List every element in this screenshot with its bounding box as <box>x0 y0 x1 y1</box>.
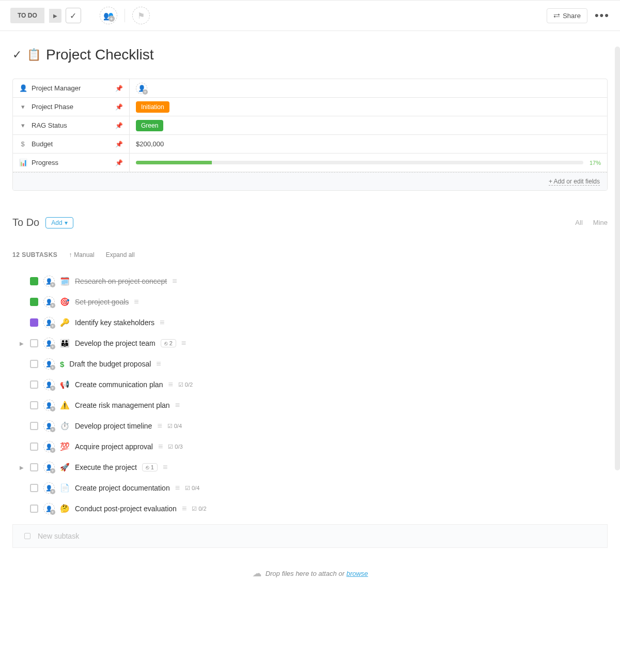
description-icon[interactable]: ≡ <box>175 401 180 410</box>
status-square[interactable] <box>30 298 38 306</box>
assignee-placeholder[interactable]: 👤+ <box>43 358 55 370</box>
task-title[interactable]: Conduct post-project evaluation <box>75 505 177 513</box>
flag-icon: ⚑ <box>137 11 145 21</box>
expand-caret[interactable]: ▶ <box>20 465 25 470</box>
status-square[interactable] <box>30 484 38 492</box>
checklist-count[interactable]: ☑0/4 <box>167 423 182 430</box>
add-button[interactable]: Add▾ <box>45 217 73 228</box>
status-square[interactable] <box>30 318 38 327</box>
subtask-row[interactable]: ▶👤+🚀Execute the project⎋1≡ <box>12 457 608 478</box>
task-title[interactable]: Create communication plan <box>75 380 163 389</box>
pin-icon[interactable]: 📌 <box>115 103 123 111</box>
progress-value[interactable]: 17% <box>130 154 607 172</box>
browse-link[interactable]: browse <box>346 570 368 577</box>
assignee-placeholder[interactable]: 👤+ <box>43 400 55 411</box>
description-icon[interactable]: ≡ <box>156 359 161 369</box>
task-title[interactable]: Develop the project team <box>75 339 156 347</box>
project-manager-value[interactable]: 👤+ <box>130 79 607 97</box>
pin-icon[interactable]: 📌 <box>115 85 123 92</box>
assignee-placeholder[interactable]: 👤+ <box>43 317 55 328</box>
subtask-row[interactable]: ▶👤+⚠️Create risk management plan≡ <box>12 395 608 416</box>
more-menu[interactable]: ••• <box>595 9 610 22</box>
expand-all[interactable]: Expand all <box>106 251 135 258</box>
assignee-placeholder[interactable]: 👤+ <box>43 482 55 494</box>
pin-icon[interactable]: 📌 <box>115 122 123 129</box>
description-icon[interactable]: ≡ <box>158 442 163 451</box>
assignee-placeholder[interactable]: 👤+ <box>43 462 55 473</box>
assignee-placeholder[interactable]: 👤+ <box>43 379 55 390</box>
subtask-row[interactable]: ▶👤+👪Develop the project team⎋2≡ <box>12 333 608 354</box>
assignee-placeholder[interactable]: 👤+ <box>43 503 55 514</box>
description-icon[interactable]: ≡ <box>163 463 167 472</box>
filter-all[interactable]: All <box>575 219 582 226</box>
subtask-row[interactable]: ▶👤+📄Create project documentation≡☑0/4 <box>12 478 608 498</box>
checklist-count[interactable]: ☑0/2 <box>178 381 193 388</box>
task-title[interactable]: Set project goals <box>75 298 129 306</box>
add-edit-fields[interactable]: + Add or edit fields <box>13 172 607 190</box>
task-title[interactable]: Identify key stakeholders <box>75 318 154 327</box>
share-button[interactable]: ⮂ Share <box>547 8 587 23</box>
description-icon[interactable]: ≡ <box>181 339 186 348</box>
task-title[interactable]: Draft the budget proposal <box>69 360 151 368</box>
description-icon[interactable]: ≡ <box>172 277 177 286</box>
checklist-count[interactable]: ☑0/3 <box>168 444 182 450</box>
expand-caret[interactable]: ▶ <box>20 341 25 346</box>
status-arrow[interactable]: ▶ <box>49 9 61 23</box>
sort-manual[interactable]: ↑Manual <box>69 251 94 258</box>
status-pill[interactable]: TO DO <box>10 8 44 23</box>
assignee-placeholder[interactable]: 👤+ <box>43 420 55 432</box>
assign-placeholder[interactable]: 👤+ <box>136 83 147 94</box>
subtask-row[interactable]: ▶👤+🔑Identify key stakeholders≡ <box>12 312 608 333</box>
description-icon[interactable]: ≡ <box>160 318 164 327</box>
description-icon[interactable]: ≡ <box>175 483 180 493</box>
checklist-count[interactable]: ☑0/2 <box>192 506 206 512</box>
rag-status-value[interactable]: Green <box>130 116 607 134</box>
description-icon[interactable]: ≡ <box>134 297 138 307</box>
subtask-row[interactable]: ▶👤+🗓️Research on project concept≡ <box>12 271 608 292</box>
assignee-placeholder[interactable]: 👤+ <box>43 296 55 308</box>
status-square[interactable] <box>30 360 38 368</box>
task-title[interactable]: Acquire project approval <box>75 442 153 451</box>
project-phase-value[interactable]: Initiation <box>130 98 607 116</box>
status-square[interactable] <box>30 505 38 513</box>
subtask-row[interactable]: ▶👤+🎯Set project goals≡ <box>12 292 608 312</box>
pin-icon[interactable]: 📌 <box>115 141 123 148</box>
status-square[interactable] <box>30 442 38 451</box>
task-title[interactable]: Create project documentation <box>75 484 170 492</box>
task-title[interactable]: Research on project concept <box>75 277 167 285</box>
pin-icon[interactable]: 📌 <box>115 159 123 166</box>
assignees-add[interactable]: 👥+ <box>100 7 117 24</box>
task-title[interactable]: Develop project timeline <box>75 422 152 430</box>
status-square[interactable] <box>30 277 38 285</box>
description-icon[interactable]: ≡ <box>182 504 187 513</box>
description-icon[interactable]: ≡ <box>157 421 162 431</box>
subtask-row[interactable]: ▶👤+📢Create communication plan≡☑0/2 <box>12 374 608 395</box>
assignee-placeholder[interactable]: 👤+ <box>43 441 55 452</box>
filter-mine[interactable]: Mine <box>593 219 608 226</box>
assignee-placeholder[interactable]: 👤+ <box>43 276 55 287</box>
page-title[interactable]: Project Checklist <box>46 47 154 63</box>
priority-flag[interactable]: ⚑ <box>132 7 150 24</box>
subtree-count[interactable]: ⎋1 <box>142 463 158 471</box>
status-square[interactable] <box>30 422 38 430</box>
status-square[interactable] <box>30 401 38 409</box>
status-square[interactable] <box>30 463 38 471</box>
status-square[interactable] <box>30 380 38 389</box>
subtask-row[interactable]: ▶👤+💯Acquire project approval≡☑0/3 <box>12 436 608 457</box>
status-square[interactable] <box>30 339 38 347</box>
checklist-count[interactable]: ☑0/4 <box>185 485 199 492</box>
subtask-row[interactable]: ▶👤+$Draft the budget proposal≡ <box>12 354 608 374</box>
scrollbar[interactable] <box>615 47 620 470</box>
task-title[interactable]: Create risk management plan <box>75 401 170 409</box>
subtask-row[interactable]: ▶👤+🤔Conduct post-project evaluation≡☑0/2 <box>12 498 608 519</box>
subtree-count[interactable]: ⎋2 <box>161 339 176 347</box>
subtask-row[interactable]: ▶👤+⏱️Develop project timeline≡☑0/4 <box>12 416 608 436</box>
progress-bar[interactable] <box>136 161 583 164</box>
drop-area[interactable]: ☁ Drop files here to attach or browse <box>12 559 608 587</box>
complete-button[interactable]: ✓ <box>66 8 81 23</box>
budget-value[interactable]: $200,000 <box>130 135 607 153</box>
assignee-placeholder[interactable]: 👤+ <box>43 338 55 349</box>
description-icon[interactable]: ≡ <box>168 380 173 389</box>
task-title[interactable]: Execute the project <box>75 463 137 471</box>
new-subtask-input[interactable]: New subtask <box>12 524 608 548</box>
